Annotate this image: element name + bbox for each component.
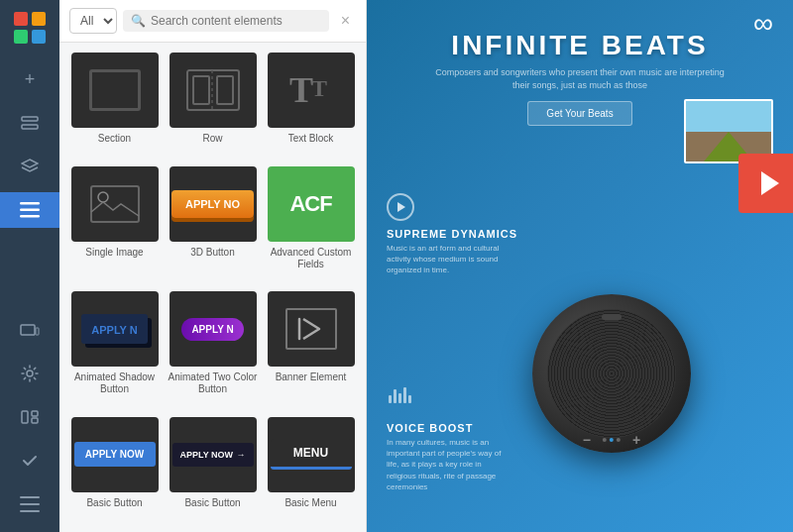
svg-rect-10 [36,328,39,335]
dynamics-body: Music is an art form and cultural activi… [387,243,506,276]
element-single-image[interactable]: Single Image [69,166,160,284]
element-banner-preview [268,291,355,367]
sidebar-item-options[interactable] [12,486,48,522]
svg-rect-12 [22,411,28,423]
sidebar-item-check[interactable] [12,443,48,479]
sidebar-item-layers[interactable] [12,105,48,141]
element-row-label: Row [202,133,222,145]
svg-rect-17 [20,510,40,512]
search-input[interactable] [151,14,321,28]
volume-minus: − [583,432,591,448]
eq-icon [389,387,411,403]
svg-rect-1 [32,12,46,26]
element-image-label: Single Image [85,247,143,259]
svg-rect-6 [20,202,40,205]
row-icon [185,68,241,112]
led-dot-3 [617,438,621,442]
svg-rect-7 [20,209,40,212]
element-basic-menu-preview: MENU [268,417,355,492]
eq-bar-5 [408,395,411,403]
svg-rect-20 [217,76,233,104]
left-sidebar: + [0,0,59,532]
preview-area: ∞ INFINITE BEATS Composers and songwrite… [367,0,793,532]
sidebar-item-add[interactable]: + [12,61,48,97]
3d-button-icon: APPLY NO [171,190,254,218]
svg-rect-8 [20,215,40,218]
element-basic-btn-2[interactable]: APPLY NOW→ Basic Button [168,417,258,523]
eq-bar-1 [389,395,392,403]
basic-btn1-icon: Apply Now [74,442,156,467]
svg-rect-24 [91,186,139,222]
sidebar-item-menu[interactable] [0,192,59,228]
svg-rect-15 [20,496,40,498]
sidebar-item-settings[interactable] [12,356,48,391]
play-button-overlay[interactable] [738,154,793,213]
preview-section-voice: VOICE BOOST In many cultures, music is a… [387,422,506,492]
close-button[interactable]: × [335,10,356,32]
search-bar: All 🔍 × [59,0,366,43]
eq-bar-3 [398,393,401,403]
volume-plus: + [632,432,640,448]
svg-text:T: T [311,75,327,101]
svg-rect-0 [14,12,28,26]
element-3d-label: 3D Button [190,247,234,259]
banner-icon [285,308,337,350]
element-anim-two-label: Animated Two Color Button [168,372,258,395]
play-small-triangle [397,202,405,212]
section-icon [89,69,141,111]
element-row[interactable]: Row [168,53,258,159]
element-3d-button[interactable]: APPLY NO 3D Button [168,166,258,284]
element-basic-menu[interactable]: MENU Basic Menu [266,417,356,523]
anim-two-icon: APPLY N [181,318,243,341]
svg-rect-3 [32,30,46,44]
text-icon: T T [283,68,339,112]
preview-background: ∞ INFINITE BEATS Composers and songwrite… [367,0,793,532]
sidebar-item-responsive[interactable] [12,312,48,348]
elements-grid: Section Row T T Text Block [59,43,366,532]
acf-icon: ACF [268,166,355,242]
svg-rect-2 [14,30,28,44]
preview-section-dynamics: SUPREME DYNAMICS Music is an art form an… [387,228,517,276]
element-3d-preview: APPLY NO [170,166,257,242]
svg-rect-13 [32,411,38,416]
speaker-image: − + [532,294,691,453]
element-basic-btn2-preview: APPLY NOW→ [170,417,257,492]
thumbnail-landscape [686,101,771,161]
element-text-label: Text Block [288,133,334,145]
element-acf[interactable]: ACF Advanced Custom Fields [266,166,356,284]
anim-shadow-icon: APPLY N [81,314,147,344]
svg-point-25 [98,192,108,202]
search-input-wrap: 🔍 [123,10,329,32]
eq-bar-2 [394,389,396,403]
voice-body: In many cultures, music is an important … [387,437,506,492]
preview-cta-button[interactable]: Get Your Beats [527,101,631,126]
filter-select[interactable]: All [69,8,117,34]
element-anim-shadow-label: Animated Shadow Button [69,372,160,395]
element-basic-btn-1[interactable]: Apply Now Basic Button [69,417,160,523]
speaker-indicator [602,314,622,320]
led-dot-1 [603,438,607,442]
sidebar-item-stack[interactable] [12,149,48,184]
element-banner[interactable]: Banner Element [266,291,356,409]
element-anim-shadow[interactable]: APPLY N Animated Shadow Button [69,291,160,409]
app-logo [12,10,48,46]
svg-rect-19 [193,76,209,104]
svg-rect-9 [21,325,35,335]
led-dots [603,438,621,442]
play-circle-icon[interactable] [387,193,414,221]
element-acf-preview: ACF [268,166,355,242]
element-basic-btn1-preview: Apply Now [71,417,159,492]
element-basic-menu-label: Basic Menu [284,497,336,509]
element-banner-label: Banner Element [276,372,347,383]
element-anim-two[interactable]: APPLY N Animated Two Color Button [168,291,258,409]
content-panel: All 🔍 × Section Row [59,0,367,532]
sidebar-item-widget[interactable] [12,399,48,435]
svg-rect-14 [32,418,38,423]
element-text-block[interactable]: T T Text Block [266,53,356,159]
element-section[interactable]: Section [69,53,160,159]
eq-bar-4 [403,387,406,403]
image-icon [87,182,143,226]
svg-text:T: T [289,70,313,110]
led-dot-2 [610,438,614,442]
speaker-container: − + [532,294,691,453]
